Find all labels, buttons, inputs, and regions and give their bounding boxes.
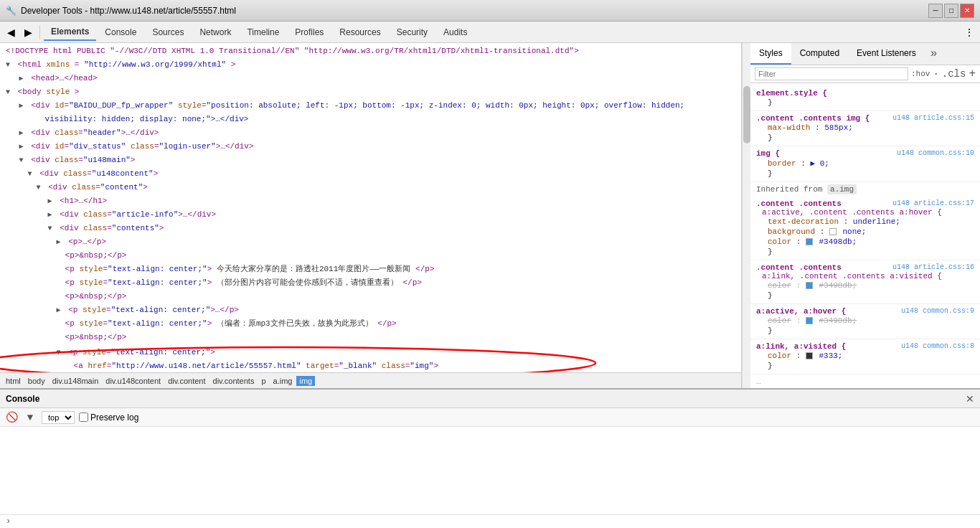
tab-timeline[interactable]: Timeline — [240, 24, 286, 40]
color-swatch[interactable] — [829, 228, 837, 235]
tab-styles[interactable]: Styles — [750, 43, 791, 65]
body-close: > — [75, 88, 80, 96]
more-tabs-icon[interactable]: » — [925, 43, 943, 65]
css-rule-alink: .content .contents u148 article.css:16 a… — [750, 260, 980, 304]
tab-resources[interactable]: Resources — [332, 24, 387, 40]
tab-profiles[interactable]: Profiles — [288, 24, 331, 40]
close-button[interactable]: ✕ — [960, 4, 974, 18]
minimize-button[interactable]: ─ — [928, 4, 943, 18]
color-swatch[interactable] — [806, 282, 813, 289]
forward-button[interactable]: ▶ — [20, 24, 36, 40]
css-source-link[interactable]: u148 article.css:17 — [892, 199, 974, 207]
toggle-icon[interactable]: ▼ — [6, 86, 13, 98]
toggle-icon[interactable]: ▼ — [28, 168, 35, 180]
css-rule-header: a:link, a:visited { u148 common.css:8 — [756, 342, 974, 351]
css-source-link[interactable]: u148 article.css:16 — [892, 263, 974, 271]
css-rule-ahover: .content .contents u148 article.css:17 a… — [750, 197, 980, 260]
tab-computed[interactable]: Computed — [791, 43, 848, 65]
tab-elements[interactable]: Elements — [44, 24, 96, 41]
window-controls: ─ □ ✕ — [928, 4, 974, 18]
css-prop: text-decoration — [768, 217, 839, 226]
tab-network[interactable]: Network — [192, 24, 238, 40]
toggle-icon[interactable]: ▼ — [57, 346, 64, 359]
filter-cls-button[interactable]: .cls — [942, 68, 966, 80]
css-prop: color — [768, 316, 791, 325]
color-swatch[interactable] — [806, 317, 813, 324]
css-val: 585px; — [824, 123, 853, 132]
doctype-tag: <!DOCTYPE html PUBLIC "-//W3C//DTD XHTML… — [6, 47, 579, 55]
breadcrumb-aimg[interactable]: a.img — [270, 376, 296, 386]
toggle-icon[interactable]: ▶ — [48, 209, 55, 221]
clear-console-button[interactable]: 🚫 — [4, 410, 19, 425]
css-rule-closing: } — [756, 291, 974, 301]
css-source-link[interactable]: u148 common.css:10 — [897, 149, 974, 157]
html-line: ▼ <p style="text-align: center;"> — [0, 346, 741, 359]
css-selector: a:link, a:visited { — [756, 342, 846, 351]
breadcrumb-contents[interactable]: div.contents — [210, 376, 258, 386]
filter-dot: · — [933, 68, 938, 80]
html-line: <p style="text-align: center;"> （部分图片内容可… — [0, 276, 741, 290]
toggle-icon[interactable]: ▶ — [19, 141, 27, 153]
html-scrollbar[interactable] — [742, 43, 750, 388]
toggle-icon[interactable]: ▼ — [48, 222, 55, 235]
window-title: Developer Tools - http://www.u148.net/ar… — [21, 6, 928, 16]
maximize-button[interactable]: □ — [944, 4, 958, 18]
breadcrumb-content[interactable]: div.content — [165, 376, 208, 386]
css-val: ▶ 0; — [810, 159, 829, 168]
filter-hov-button[interactable]: :hov — [911, 70, 930, 78]
toggle-icon[interactable]: ▶ — [48, 195, 55, 207]
console-close-button[interactable]: ✕ — [966, 393, 974, 405]
html-line: <p>&nbsp;</p> — [0, 331, 741, 344]
context-selector[interactable]: top — [42, 411, 75, 424]
toggle-icon[interactable]: ▶ — [57, 304, 64, 316]
preserve-log-label[interactable]: Preserve log — [79, 412, 138, 423]
css-source-link[interactable]: u148 article.css:15 — [892, 114, 974, 122]
css-rule-closing: } — [756, 133, 974, 143]
toggle-icon[interactable]: ▶ — [19, 72, 27, 85]
toggle-icon[interactable]: ▶ — [57, 236, 64, 248]
color-swatch[interactable] — [806, 238, 813, 245]
more-rules-indicator: … — [750, 374, 980, 388]
add-style-button[interactable]: + — [969, 67, 976, 80]
tab-event-listeners[interactable]: Event Listeners — [848, 43, 925, 65]
title-bar: 🔧 Developer Tools - http://www.u148.net/… — [0, 0, 980, 22]
console-header: Console ✕ — [0, 390, 980, 408]
filter-console-button[interactable]: ▼ — [23, 410, 37, 425]
toggle-icon[interactable]: ▼ — [19, 154, 27, 166]
html-line: ▼ <div class="u148main"> — [0, 154, 741, 167]
css-source-link[interactable]: u148 common.css:8 — [901, 342, 974, 350]
html-panel: <!DOCTYPE html PUBLIC "-//W3C//DTD XHTML… — [0, 43, 742, 388]
breadcrumb-body[interactable]: body — [25, 376, 48, 386]
highlighted-block: ▼ <p style="text-align: center;"> <a hre… — [0, 346, 741, 372]
preserve-log-checkbox[interactable] — [79, 412, 88, 422]
html-line: ▶ <div id="div_status" class="login-user… — [0, 140, 741, 154]
breadcrumb-html[interactable]: html — [3, 376, 24, 386]
breadcrumb-img[interactable]: img — [296, 376, 315, 386]
console-input[interactable] — [14, 517, 974, 527]
breadcrumb-u148main[interactable]: div.u148main — [50, 376, 102, 386]
tab-sources[interactable]: Sources — [145, 24, 191, 40]
html-open-tag: <html — [18, 60, 42, 69]
console-panel: Console ✕ 🚫 ▼ top Preserve log › — [0, 388, 980, 528]
css-rule-element-style: element.style { } — [750, 86, 980, 111]
breadcrumb-u148content[interactable]: div.u148content — [103, 376, 164, 386]
toggle-icon[interactable]: ▼ — [6, 59, 13, 71]
html-content[interactable]: <!DOCTYPE html PUBLIC "-//W3C//DTD XHTML… — [0, 43, 741, 372]
css-sub-selector: a:active, .content .contents a:hover { — [756, 208, 974, 217]
css-source-link[interactable]: u148 common.css:9 — [901, 307, 974, 315]
toggle-icon[interactable]: ▶ — [19, 127, 27, 139]
toggle-icon[interactable]: ▼ — [37, 182, 44, 194]
back-button[interactable]: ◀ — [3, 24, 19, 40]
css-rule-contents-img: .content .contents img { u148 article.cs… — [750, 111, 980, 146]
tab-security[interactable]: Security — [390, 24, 435, 40]
breadcrumb-p[interactable]: p — [258, 376, 268, 386]
css-rule-header: element.style { — [756, 89, 974, 98]
tab-audits[interactable]: Audits — [436, 24, 474, 40]
tab-console[interactable]: Console — [98, 24, 143, 40]
filter-input[interactable] — [755, 67, 908, 80]
css-rule-header: img { u148 common.css:10 — [756, 149, 974, 158]
settings-button[interactable]: ⋮ — [961, 24, 977, 40]
toggle-icon[interactable]: ▶ — [19, 100, 27, 112]
color-swatch[interactable] — [806, 352, 813, 359]
inherited-from: Inherited from a.img — [750, 182, 980, 197]
